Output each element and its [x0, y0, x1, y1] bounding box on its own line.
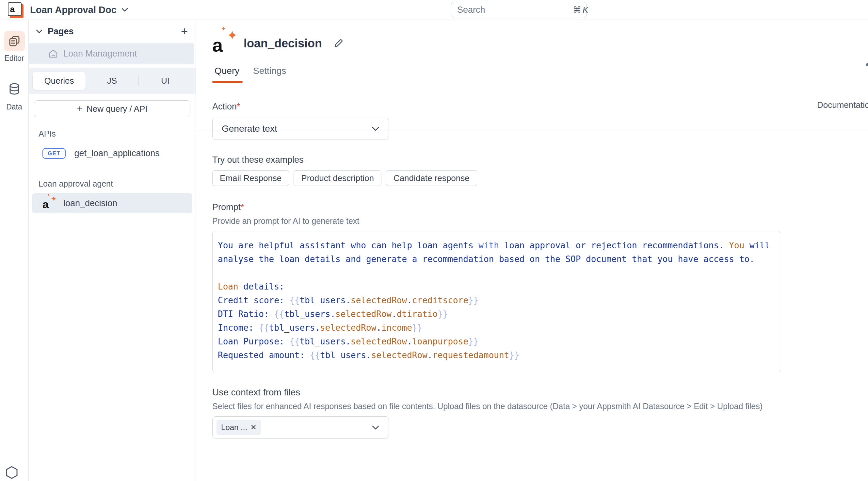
ai-sparkle-icon-large: a ✦ ✦ [212, 32, 232, 55]
search-shortcut: ⌘K [573, 5, 588, 15]
pages-collapse-icon[interactable] [36, 29, 42, 34]
remove-file-icon[interactable]: ✕ [250, 423, 256, 432]
logo-glyph: a_ [8, 2, 22, 16]
new-query-button[interactable]: + New query / API [34, 100, 190, 117]
action-label: Action* [212, 101, 868, 112]
sidebar: Pages + Loan Management Queries JS UI + … [29, 20, 196, 481]
example-chip-candidate-response[interactable]: Candidate response [386, 170, 477, 186]
examples-section: Try out these examples Email Response Pr… [212, 155, 868, 186]
prompt-help-text: Provide an prompt for AI to generate tex… [212, 216, 868, 226]
agent-group-label: Loan approval agent [38, 179, 196, 188]
rail-item-editor[interactable]: Editor [4, 31, 25, 63]
selected-file-chip: Loan ... ✕ [217, 420, 261, 435]
required-asterisk: * [241, 202, 244, 212]
editor-label: Editor [4, 54, 24, 63]
required-asterisk: * [237, 101, 240, 112]
tab-settings[interactable]: Settings [253, 66, 286, 76]
action-value: Generate text [222, 123, 372, 134]
apis-group-label: APIs [38, 129, 196, 139]
add-page-button[interactable]: + [181, 26, 188, 37]
main-panel: a ✦ ✦ loan_decision Query Settings Docum… [196, 20, 868, 481]
page-label: Loan Management [63, 49, 137, 59]
appsmith-logo-icon[interactable]: a_ [8, 2, 23, 17]
ai-sparkle-icon: a ✦ ✦ [42, 197, 55, 210]
context-files-section: Use context from files Select files for … [212, 387, 868, 439]
context-files-multiselect[interactable]: Loan ... ✕ [212, 416, 389, 439]
search-input[interactable] [457, 5, 573, 15]
query-item-loan-decision[interactable]: a ✦ ✦ loan_decision [32, 193, 192, 213]
data-label: Data [6, 102, 22, 112]
example-chip-email-response[interactable]: Email Response [212, 170, 289, 186]
hexagon-icon[interactable] [5, 465, 19, 480]
documentation-label: Documentation [817, 100, 868, 110]
tab-query[interactable]: Query [215, 66, 239, 76]
prompt-section: Prompt* Provide an prompt for AI to gene… [212, 202, 868, 372]
action-select[interactable]: Generate text [212, 118, 389, 140]
tab-queries[interactable]: Queries [33, 72, 86, 90]
topbar: a_ Loan Approval Doc ⌘K [0, 0, 868, 20]
query-settings-tabs: Query Settings [212, 66, 868, 85]
query-name: loan_decision [63, 198, 117, 208]
tab-js[interactable]: JS [86, 72, 138, 90]
get-method-badge: GET [42, 148, 66, 159]
app-title-menu[interactable]: Loan Approval Doc [30, 5, 128, 16]
prompt-label: Prompt* [212, 202, 868, 212]
documentation-link[interactable]: Documentation [813, 100, 868, 110]
context-heading: Use context from files [212, 387, 868, 398]
editor-pages-icon [4, 31, 25, 51]
query-header: a ✦ ✦ loan_decision [212, 32, 868, 55]
example-chip-product-description[interactable]: Product description [293, 170, 381, 186]
chevron-down-icon [121, 7, 128, 12]
home-icon [48, 49, 58, 58]
left-rail: Editor Data [0, 20, 29, 481]
chevron-down-icon [372, 126, 379, 131]
app-title: Loan Approval Doc [30, 5, 117, 16]
tab-ui[interactable]: UI [139, 72, 192, 90]
prompt-editor[interactable]: You are helpful assistant who can help l… [212, 231, 781, 372]
database-icon [4, 80, 25, 100]
examples-heading: Try out these examples [212, 155, 868, 165]
file-chip-label: Loan ... [221, 423, 247, 432]
pages-section: Pages + Loan Management [29, 20, 196, 68]
plus-icon: + [77, 103, 83, 114]
query-title: loan_decision [244, 37, 322, 50]
search-box[interactable]: ⌘K [451, 2, 587, 18]
chevron-down-icon [372, 425, 379, 430]
edit-pencil-icon[interactable] [333, 38, 344, 49]
pages-header: Pages [48, 27, 176, 37]
new-query-label: New query / API [87, 104, 147, 114]
page-item-loan-management[interactable]: Loan Management [29, 43, 194, 64]
api-name: get_loan_applications [74, 148, 159, 158]
tabs-divider [196, 130, 868, 130]
rail-item-data[interactable]: Data [4, 80, 25, 112]
editor-segment-tabs: Queries JS UI [29, 68, 196, 94]
api-item-get-loan-applications[interactable]: GET get_loan_applications [32, 143, 192, 163]
context-help-text: Select files for enhanced AI responses b… [212, 401, 868, 411]
